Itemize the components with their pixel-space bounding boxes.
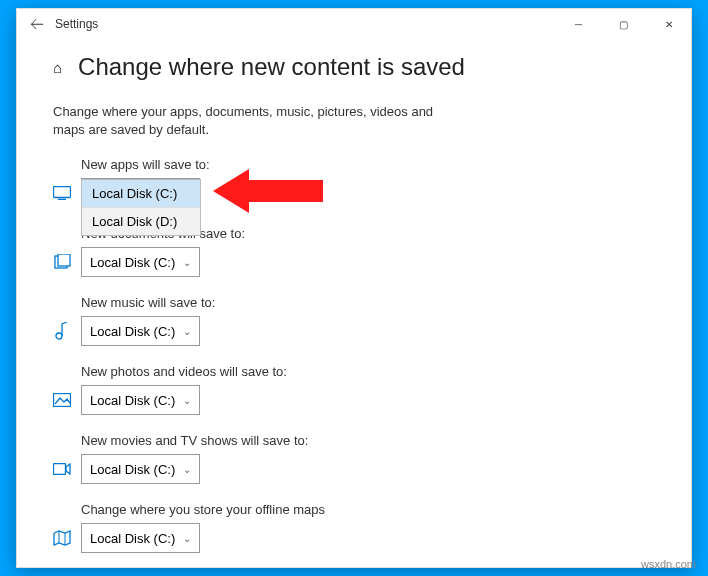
svg-marker-8 <box>66 464 70 474</box>
documents-icon <box>53 254 71 270</box>
page-title: Change where new content is saved <box>78 53 465 81</box>
close-button[interactable]: ✕ <box>646 9 691 39</box>
group-photos: New photos and videos will save to: Loca… <box>53 364 655 415</box>
svg-rect-0 <box>54 187 71 198</box>
photos-dropdown[interactable]: Local Disk (C:) ⌄ <box>81 385 200 415</box>
group-maps: Change where you store your offline maps… <box>53 502 655 553</box>
group-label: New apps will save to: <box>81 157 655 172</box>
maximize-button[interactable]: ▢ <box>601 9 646 39</box>
group-movies: New movies and TV shows will save to: Lo… <box>53 433 655 484</box>
app-name: Settings <box>55 17 98 31</box>
home-icon[interactable]: ⌂ <box>53 59 62 76</box>
watermark: wsxdn.com <box>641 558 696 570</box>
dropdown-value: Local Disk (C:) <box>90 393 175 408</box>
content-area: ⌂ Change where new content is saved Chan… <box>17 39 691 553</box>
movies-icon <box>53 463 71 475</box>
group-label: New music will save to: <box>81 295 655 310</box>
minimize-button[interactable]: ─ <box>556 9 601 39</box>
maps-icon <box>53 530 71 546</box>
dropdown-value: Local Disk (C:) <box>90 531 175 546</box>
music-icon <box>53 322 71 340</box>
dropdown-list: Local Disk (C:) Local Disk (D:) <box>81 179 201 236</box>
dropdown-value: Local Disk (C:) <box>90 462 175 477</box>
titlebar: 🡠 Settings ─ ▢ ✕ <box>17 9 691 39</box>
chevron-down-icon: ⌄ <box>183 257 191 268</box>
group-music: New music will save to: Local Disk (C:) … <box>53 295 655 346</box>
back-icon[interactable]: 🡠 <box>25 16 49 32</box>
svg-point-5 <box>56 333 62 339</box>
dropdown-option[interactable]: Local Disk (D:) <box>82 208 200 235</box>
annotation-arrow-icon <box>213 165 323 217</box>
svg-rect-7 <box>54 464 66 475</box>
documents-dropdown[interactable]: Local Disk (C:) ⌄ <box>81 247 200 277</box>
chevron-down-icon: ⌄ <box>183 395 191 406</box>
page-description: Change where your apps, documents, music… <box>53 103 453 139</box>
chevron-down-icon: ⌄ <box>183 326 191 337</box>
dropdown-option[interactable]: Local Disk (C:) <box>82 180 200 208</box>
group-apps: New apps will save to: Local Disk (C:) ⌄… <box>53 157 655 208</box>
chevron-down-icon: ⌄ <box>183 464 191 475</box>
movies-dropdown[interactable]: Local Disk (C:) ⌄ <box>81 454 200 484</box>
settings-window: 🡠 Settings ─ ▢ ✕ ⌂ Change where new cont… <box>16 8 692 568</box>
group-label: Change where you store your offline maps <box>81 502 655 517</box>
apps-icon <box>53 186 71 200</box>
svg-marker-2 <box>213 169 323 213</box>
dropdown-value: Local Disk (C:) <box>90 255 175 270</box>
group-label: New movies and TV shows will save to: <box>81 433 655 448</box>
svg-rect-4 <box>58 254 70 266</box>
photos-icon <box>53 393 71 407</box>
music-dropdown[interactable]: Local Disk (C:) ⌄ <box>81 316 200 346</box>
group-label: New photos and videos will save to: <box>81 364 655 379</box>
maps-dropdown[interactable]: Local Disk (C:) ⌄ <box>81 523 200 553</box>
dropdown-value: Local Disk (C:) <box>90 324 175 339</box>
chevron-down-icon: ⌄ <box>183 533 191 544</box>
